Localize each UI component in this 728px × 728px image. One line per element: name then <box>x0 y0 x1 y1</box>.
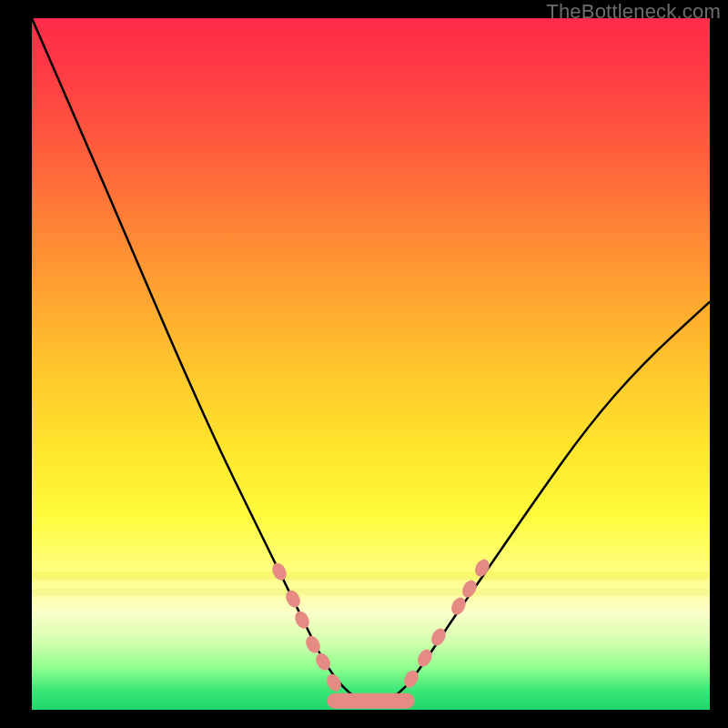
plot-area <box>32 18 710 710</box>
chart-stage: TheBottleneck.com <box>0 0 728 728</box>
gradient-band-2 <box>32 589 710 596</box>
watermark-text: TheBottleneck.com <box>546 0 721 24</box>
heat-gradient <box>32 18 710 710</box>
gradient-band-1 <box>32 571 710 580</box>
valley-lozenge-marker <box>327 693 415 709</box>
